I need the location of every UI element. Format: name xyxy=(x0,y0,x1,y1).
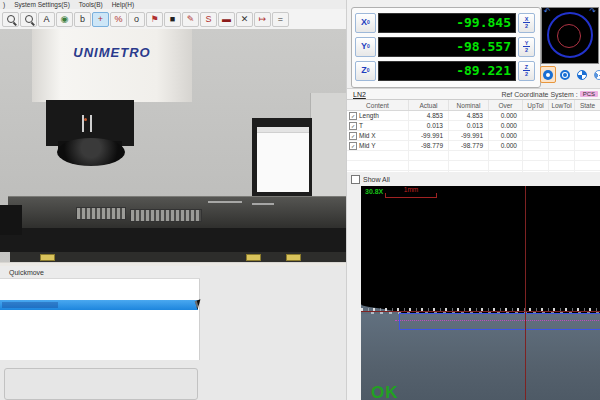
row-checkbox[interactable]: ✓ xyxy=(349,142,357,150)
main-toolbar: A◉b+%o⚑■✎S▬✕↦= xyxy=(0,9,348,30)
crosshair-horizontal xyxy=(361,311,600,312)
axis-zero-button-x[interactable]: X0 xyxy=(355,13,376,33)
edge-detect-icon[interactable]: b xyxy=(74,12,91,27)
scale-bar: 1mm xyxy=(385,186,437,198)
report-icon[interactable]: S xyxy=(200,12,217,27)
chip-tray xyxy=(76,207,126,220)
lens-barrel xyxy=(57,138,125,166)
menu-item-1[interactable]: System Settings(S) xyxy=(14,1,70,8)
warning-label xyxy=(286,254,301,261)
stage-frame xyxy=(0,228,346,252)
show-all-checkbox[interactable] xyxy=(351,175,360,184)
feature-header-bar: LN2 Ref Coordinate System : PCS xyxy=(347,88,600,100)
warning-label xyxy=(40,254,55,261)
scale-bar-label: 1mm xyxy=(385,186,437,193)
light-mode-solid-icon[interactable] xyxy=(540,66,556,83)
probe-tip-marker xyxy=(84,118,87,121)
measurement-video-view[interactable]: 30.8X 1mm OK xyxy=(361,186,600,400)
show-all-row: Show All xyxy=(347,172,600,186)
menu-item-3[interactable]: Help(H) xyxy=(112,1,134,8)
magnification-label: 30.8X xyxy=(365,188,383,195)
column-header-nominal: Nominal xyxy=(449,100,489,110)
half-button-x[interactable]: X2 xyxy=(518,13,535,33)
fill-square-icon[interactable]: ■ xyxy=(164,12,181,27)
bottom-panel: Quickmove •╱⊙⌒▭▱⊟△⊕∿∾LL∠↔⚙◯↘Y+!⚑▣◉□Ø•╱○⌒… xyxy=(0,266,346,400)
dro-value-y: -98.557 xyxy=(378,37,516,57)
column-header-over: Over xyxy=(489,100,523,110)
right-panel: X0-99.845X2Y0-98.557Y2Z0-89.221Z2 ↶ ↷ LN… xyxy=(346,0,600,400)
text-annotation-icon[interactable]: A xyxy=(38,12,55,27)
save-icon[interactable]: ▬ xyxy=(218,12,235,27)
stage-clamp xyxy=(0,205,22,235)
show-all-label: Show All xyxy=(363,176,390,183)
axis-zero-button-z[interactable]: Z0 xyxy=(355,61,376,81)
glass-glint xyxy=(252,203,274,205)
half-button-y[interactable]: Y2 xyxy=(518,37,535,57)
flag-tool-icon[interactable]: ⚑ xyxy=(146,12,163,27)
crosshair-tool-icon[interactable]: + xyxy=(92,12,109,27)
menu-bar: )System Settings(S)Tools(B)Help(H) xyxy=(0,0,349,9)
light-mode-sector-icon[interactable] xyxy=(591,66,600,83)
export-icon[interactable]: ↦ xyxy=(254,12,271,27)
quickmove-title: Quickmove xyxy=(0,266,200,279)
monitor-screen xyxy=(257,127,309,192)
rotate-right-icon: ↷ xyxy=(589,8,596,16)
light-mode-ring-icon[interactable] xyxy=(557,66,573,83)
menu-item-2[interactable]: Tools(B) xyxy=(79,1,103,8)
machine-camera-view: UNIMETRO xyxy=(0,29,346,266)
fitted-line-overlay xyxy=(395,320,600,321)
measure-tool-icon[interactable]: % xyxy=(110,12,127,27)
results-table: ContentActualNominalOverUpTolLowTolState… xyxy=(347,100,600,172)
scale-bar-line xyxy=(385,193,437,198)
lens-alignment-view[interactable]: ↶ ↷ xyxy=(541,7,599,64)
probe-pin xyxy=(90,115,92,132)
column-header-actual: Actual xyxy=(409,100,449,110)
row-checkbox[interactable]: ✓ xyxy=(349,112,357,120)
axis-zero-button-y[interactable]: Y0 xyxy=(355,37,376,57)
crosshair-vertical xyxy=(525,186,526,400)
edge-detect-region[interactable] xyxy=(399,313,600,330)
quickmove-groupbox xyxy=(4,368,198,400)
rotate-left-icon: ↶ xyxy=(544,8,551,16)
lens-inner-ring xyxy=(557,24,581,48)
table-row[interactable]: ✓Mid Y-98.779-98.7790.000 xyxy=(347,141,600,151)
zoom-out-icon[interactable] xyxy=(2,12,19,27)
table-row[interactable]: ✓Mid X-99.991-99.9910.000 xyxy=(347,131,600,141)
light-mode-quadrant-icon[interactable] xyxy=(574,66,590,83)
machine-head: UNIMETRO xyxy=(32,29,192,102)
table-row[interactable]: ✓T0.0130.0130.000 xyxy=(347,121,600,131)
brand-logo: UNIMETRO xyxy=(32,45,192,60)
app-window: )System Settings(S)Tools(B)Help(H) A◉b+%… xyxy=(0,0,600,400)
dro-value-x: -99.845 xyxy=(378,13,516,33)
row-checkbox[interactable]: ✓ xyxy=(349,132,357,140)
monitor xyxy=(252,118,312,198)
table-row-empty xyxy=(347,161,600,171)
pen-tool-icon[interactable]: ✎ xyxy=(182,12,199,27)
ref-coordinate-value[interactable]: PCS xyxy=(580,91,598,97)
menu-item-0[interactable]: ) xyxy=(3,1,5,8)
quickmove-selected-item[interactable] xyxy=(0,300,198,310)
light-mode-buttons xyxy=(540,66,600,83)
quickmove-list[interactable] xyxy=(0,279,200,360)
table-row[interactable]: ✓Length4.8534.8530.000 xyxy=(347,111,600,121)
table-row-empty xyxy=(347,151,600,161)
column-header-content: Content xyxy=(347,100,409,110)
point-capture-icon[interactable]: o xyxy=(128,12,145,27)
image-capture-icon[interactable]: ◉ xyxy=(56,12,73,27)
dro-row-x: X0-99.845X2 xyxy=(355,12,535,33)
status-ok-label: OK xyxy=(371,383,399,400)
half-button-z[interactable]: Z2 xyxy=(518,61,535,81)
column-header-state: State xyxy=(575,100,600,110)
delete-icon[interactable]: ✕ xyxy=(236,12,253,27)
column-header-uptol: UpTol xyxy=(523,100,549,110)
ref-coordinate-label: Ref Coordinate System : xyxy=(501,91,577,98)
align-icon[interactable]: = xyxy=(272,12,289,27)
row-checkbox[interactable]: ✓ xyxy=(349,122,357,130)
dro-value-z: -89.221 xyxy=(378,61,516,81)
dro-readout-box: X0-99.845X2Y0-98.557Y2Z0-89.221Z2 xyxy=(351,7,541,88)
zoom-in-icon[interactable] xyxy=(20,12,37,27)
table-header: ContentActualNominalOverUpTolLowTolState xyxy=(347,100,600,111)
column-header-lowtol: LowTol xyxy=(549,100,575,110)
warning-label xyxy=(246,254,261,261)
glass-glint xyxy=(208,201,242,203)
